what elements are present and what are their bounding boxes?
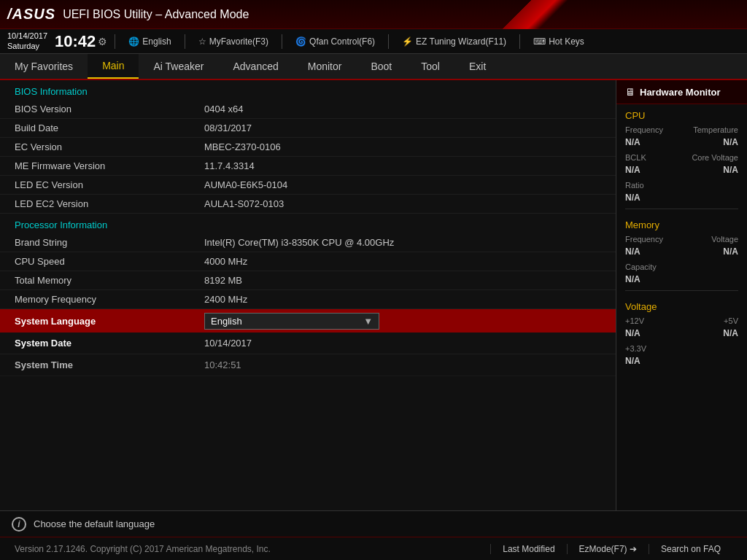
hw-cpu-freq-row: Frequency Temperature [616,124,747,136]
hw-mem-freq-val-row: N/A N/A [616,245,747,258]
hotkeys-icon: ⌨ [533,36,546,47]
clock-display: 10:42 [55,32,96,51]
toolbar-myfavorite[interactable]: ☆ MyFavorite(F3) [193,36,274,47]
ec-version-row: EC Version MBEC-Z370-0106 [0,138,616,157]
hw-monitor-header: 🖥 Hardware Monitor [616,80,747,104]
last-modified-button[interactable]: Last Modified [490,544,566,554]
hw-mem-cap-label: Capacity [625,262,657,271]
system-date-label: System Date [15,338,204,349]
toolbar-separator-5 [519,34,520,49]
me-firmware-label: ME Firmware Version [15,160,204,171]
hw-cpu-freq-val-row: N/A N/A [616,136,747,149]
footer-buttons: Last Modified EzMode(F7) ➔ Search on FAQ [490,544,732,554]
me-firmware-value: 11.7.4.3314 [204,160,255,171]
toolbar-separator-3 [282,34,282,49]
hw-cpu-freq-value: N/A [625,137,640,147]
memory-freq-label: Memory Frequency [15,294,204,305]
memory-freq-row: Memory Frequency 2400 MHz [0,290,616,309]
total-memory-row: Total Memory 8192 MB [0,271,616,290]
bios-version-value: 0404 x64 [204,104,244,114]
hw-cpu-freq-label: Frequency [625,125,663,134]
brand-string-row: Brand String Intel(R) Core(TM) i3-8350K … [0,233,616,252]
hw-volt-33v-row: +3.3V [616,343,747,354]
hw-volt-33v-value: N/A [625,356,640,366]
hw-volt-5v-value: N/A [723,328,738,338]
processor-info-header: Processor Information [0,214,616,233]
hw-cpu-ratio-row: Ratio [616,179,747,191]
bios-info-header: BIOS Information [0,80,616,100]
brand-string-value: Intel(R) Core(TM) i3-8350K CPU @ 4.00GHz [204,237,394,248]
led-ec-row: LED EC Version AUMA0-E6K5-0104 [0,176,616,195]
favorite-icon: ☆ [198,36,206,47]
nav-exit[interactable]: Exit [454,54,500,79]
hw-cpu-bclk-row: BCLK Core Voltage [616,152,747,163]
me-firmware-row: ME Firmware Version 11.7.4.3314 [0,157,616,176]
hw-volt-12v-label: +12V [625,316,644,325]
hw-cpu-corevolt-label: Core Voltage [692,153,738,162]
hw-mem-cap-row: Capacity [616,261,747,273]
ec-version-label: EC Version [15,141,204,152]
language-dropdown[interactable]: English ▼ [204,313,379,330]
footer-version: Version 2.17.1246. Copyright (C) 2017 Am… [15,544,271,554]
hw-cpu-bclk-value: N/A [625,165,640,175]
hw-voltage-section: Voltage [616,295,747,315]
toolbar: 10/14/2017 Saturday 10:42 ⚙ 🌐 English ☆ … [0,29,747,54]
gear-icon[interactable]: ⚙ [98,36,107,47]
led-ec2-value: AULA1-S072-0103 [204,198,284,209]
datetime: 10/14/2017 Saturday [7,31,47,50]
nav-main[interactable]: Main [88,54,139,79]
nav-ai-tweaker[interactable]: Ai Tweaker [139,54,218,79]
nav-boot[interactable]: Boot [356,54,406,79]
fan-icon: 🌀 [295,36,306,47]
bios-version-row: BIOS Version 0404 x64 [0,100,616,119]
toolbar-language[interactable]: 🌐 English [123,36,177,47]
system-time-value: 10:42:51 [204,359,241,370]
toolbar-qfan[interactable]: 🌀 Qfan Control(F6) [290,36,381,47]
hw-cpu-ratio-val-row: N/A [616,191,747,204]
toolbar-separator-4 [388,34,389,49]
nav-bar: My Favorites Main Ai Tweaker Advanced Mo… [0,54,747,80]
date-line: 10/14/2017 Saturday [7,31,47,50]
hw-mem-freq-row: Frequency Voltage [616,233,747,245]
total-memory-label: Total Memory [15,275,204,286]
system-date-row: System Date 10/14/2017 [0,332,616,354]
hw-cpu-bclk-label: BCLK [625,153,646,162]
hw-cpu-temp-label: Temperature [693,125,738,134]
toolbar-hotkeys[interactable]: ⌨ Hot Keys [527,36,590,47]
ezmode-button[interactable]: EzMode(F7) ➔ [567,544,649,554]
content-area: BIOS Information BIOS Version 0404 x64 B… [0,80,616,510]
header: /ASUS UEFI BIOS Utility – Advanced Mode [0,0,747,29]
system-language-label: System Language [15,316,204,327]
globe-icon: 🌐 [128,36,139,47]
build-date-value: 08/31/2017 [204,122,252,133]
nav-my-favorites[interactable]: My Favorites [0,54,88,79]
asus-logo: /ASUS [7,6,55,23]
hw-volt-12v-val-row: N/A N/A [616,327,747,340]
hw-cpu-temp-value: N/A [723,137,738,147]
brand-string-label: Brand String [15,237,204,248]
system-language-row[interactable]: System Language English ▼ [0,309,616,332]
cpu-speed-value: 4000 MHz [204,256,247,267]
system-date-value: 10/14/2017 [204,338,252,349]
nav-monitor[interactable]: Monitor [293,54,357,79]
total-memory-value: 8192 MB [204,275,242,286]
hw-cpu-ratio-value: N/A [625,192,640,203]
hw-mem-freq-label: Frequency [625,235,663,244]
toolbar-eztuning[interactable]: ⚡ EZ Tuning Wizard(F11) [396,36,512,47]
hw-mem-volt-label: Voltage [711,235,738,244]
nav-tool[interactable]: Tool [406,54,454,79]
hw-mem-volt-value: N/A [723,246,738,257]
cpu-speed-label: CPU Speed [15,256,204,267]
search-faq-button[interactable]: Search on FAQ [649,544,732,554]
monitor-icon: 🖥 [625,86,635,98]
language-dropdown-value: English [211,316,242,327]
nav-advanced[interactable]: Advanced [218,54,293,79]
footer: Version 2.17.1246. Copyright (C) 2017 Am… [0,537,747,560]
hw-cpu-section: CPU [616,104,747,124]
hw-memory-section: Memory [616,214,747,233]
toolbar-separator-1 [115,34,115,49]
info-icon: i [12,517,26,532]
ec-version-value: MBEC-Z370-0106 [204,141,281,152]
hw-volt-5v-label: +5V [724,316,738,325]
bios-version-label: BIOS Version [15,104,204,114]
